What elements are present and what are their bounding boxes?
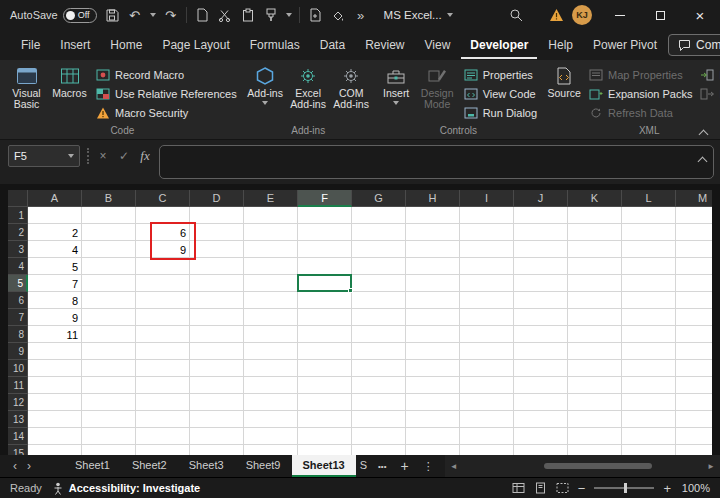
- column-header-F[interactable]: F: [298, 190, 352, 207]
- tab-view[interactable]: View: [416, 31, 460, 59]
- cancel-icon[interactable]: ×: [96, 145, 110, 167]
- close-button[interactable]: ×: [680, 0, 720, 30]
- new-sheet-icon[interactable]: [307, 6, 323, 24]
- tab-review[interactable]: Review: [356, 31, 413, 59]
- macro-security-button[interactable]: Macro Security: [96, 105, 237, 120]
- macros-button[interactable]: Macros: [49, 63, 90, 124]
- row-header-3[interactable]: 3: [8, 241, 28, 258]
- document-icon[interactable]: [194, 6, 210, 24]
- select-all-corner[interactable]: [8, 190, 28, 207]
- autosave-control[interactable]: AutoSave Off: [10, 8, 97, 23]
- row-header-14[interactable]: 14: [8, 428, 28, 445]
- cell-A4[interactable]: 5: [28, 258, 82, 275]
- sheet-tab-sheet2[interactable]: Sheet2: [121, 455, 178, 477]
- tab-help[interactable]: Help: [539, 31, 582, 59]
- visual-basic-button[interactable]: Visual Basic: [6, 63, 47, 124]
- row-header-11[interactable]: 11: [8, 377, 28, 394]
- column-header-D[interactable]: D: [190, 190, 244, 207]
- excel-add-ins-button[interactable]: Excel Add-ins: [288, 63, 329, 124]
- row-header-12[interactable]: 12: [8, 394, 28, 411]
- cell-A2[interactable]: 2: [28, 224, 82, 241]
- enter-icon[interactable]: ✓: [117, 145, 131, 167]
- row-header-15[interactable]: 15: [8, 445, 28, 455]
- tab-insert[interactable]: Insert: [51, 31, 99, 59]
- insert-function-icon[interactable]: fx: [138, 145, 152, 167]
- format-painter-icon[interactable]: [263, 6, 279, 24]
- zoom-out-button[interactable]: −: [578, 481, 586, 496]
- cell-A8[interactable]: 11: [28, 326, 82, 343]
- overflow-icon[interactable]: »: [353, 6, 369, 24]
- autosave-toggle[interactable]: Off: [63, 8, 97, 23]
- avatar[interactable]: KJ: [572, 5, 592, 25]
- add-ins-button[interactable]: Add-ins: [245, 63, 286, 124]
- sheet-tab-sheet1[interactable]: Sheet1: [64, 455, 121, 477]
- tab-file[interactable]: File: [12, 31, 49, 59]
- sheet-tab-sheet13[interactable]: Sheet13: [292, 455, 356, 477]
- row-header-7[interactable]: 7: [8, 309, 28, 326]
- column-header-I[interactable]: I: [460, 190, 514, 207]
- view-code-button[interactable]: View Code: [464, 86, 537, 101]
- accessibility-status[interactable]: Accessibility: Investigate: [52, 482, 200, 495]
- scrollbar-track[interactable]: [462, 462, 703, 470]
- tab-power-pivot[interactable]: Power Pivot: [584, 31, 666, 59]
- tab-formulas[interactable]: Formulas: [241, 31, 309, 59]
- formula-bar-expand-icon[interactable]: [699, 155, 706, 167]
- undo-icon[interactable]: ↶: [127, 6, 143, 24]
- formula-input[interactable]: [159, 145, 714, 179]
- warning-icon[interactable]: [548, 6, 564, 24]
- run-dialog-button[interactable]: Run Dialog: [464, 105, 537, 120]
- row-header-2[interactable]: 2: [8, 224, 28, 241]
- sheet-nav-right-icon[interactable]: ›: [22, 459, 36, 473]
- collapse-ribbon-button[interactable]: [700, 124, 710, 134]
- cut-icon[interactable]: [217, 6, 233, 24]
- scroll-right-icon[interactable]: ►: [705, 462, 717, 471]
- sheet-menu-icon[interactable]: ⋮: [416, 460, 441, 473]
- page-break-view-icon[interactable]: [556, 482, 569, 494]
- save-icon[interactable]: [104, 6, 120, 24]
- com-add-ins-button[interactable]: COM Add-ins: [331, 63, 372, 124]
- sheet-nav-left-icon[interactable]: ‹: [8, 459, 22, 473]
- normal-view-icon[interactable]: [512, 482, 525, 494]
- column-header-H[interactable]: H: [406, 190, 460, 207]
- row-header-6[interactable]: 6: [8, 292, 28, 309]
- tab-home[interactable]: Home: [101, 31, 151, 59]
- row-header-4[interactable]: 4: [8, 258, 28, 275]
- sheet-tab-sheet9[interactable]: Sheet9: [235, 455, 292, 477]
- column-header-L[interactable]: L: [622, 190, 676, 207]
- clipboard-icon[interactable]: [240, 6, 256, 24]
- row-header-9[interactable]: 9: [8, 343, 28, 360]
- import-button[interactable]: Import: [700, 67, 720, 82]
- column-header-E[interactable]: E: [244, 190, 298, 207]
- expansion-packs-button[interactable]: Expansion Packs: [589, 86, 692, 101]
- sheet-tab-sheet3[interactable]: Sheet3: [178, 455, 235, 477]
- add-sheet-button[interactable]: +: [393, 458, 415, 474]
- tab-developer[interactable]: Developer: [461, 31, 537, 59]
- properties-button[interactable]: Properties: [464, 67, 537, 82]
- fill-handle[interactable]: [348, 288, 353, 293]
- app-title[interactable]: MS Excel...: [384, 9, 453, 21]
- scroll-left-icon[interactable]: ◄: [448, 462, 460, 471]
- sheet-tab-partial[interactable]: S: [356, 455, 371, 477]
- row-header-13[interactable]: 13: [8, 411, 28, 428]
- source-button[interactable]: Source: [545, 63, 583, 124]
- maximize-button[interactable]: [640, 0, 680, 30]
- undo-dropdown-icon[interactable]: [150, 13, 156, 17]
- qat-dropdown-icon[interactable]: [286, 13, 292, 17]
- search-icon[interactable]: [508, 6, 524, 24]
- row-header-8[interactable]: 8: [8, 326, 28, 343]
- row-header-5[interactable]: 5: [8, 275, 28, 292]
- column-header-B[interactable]: B: [82, 190, 136, 207]
- cell-A3[interactable]: 4: [28, 241, 82, 258]
- name-box-dropdown-icon[interactable]: [68, 154, 74, 158]
- fill-color-icon[interactable]: [330, 6, 346, 24]
- column-header-A[interactable]: A: [28, 190, 82, 207]
- zoom-slider[interactable]: [594, 487, 654, 489]
- cells-background[interactable]: [28, 207, 712, 455]
- column-header-J[interactable]: J: [514, 190, 568, 207]
- cell-A6[interactable]: 8: [28, 292, 82, 309]
- scrollbar-thumb[interactable]: [544, 463, 653, 469]
- column-header-K[interactable]: K: [568, 190, 622, 207]
- zoom-slider-thumb[interactable]: [624, 483, 627, 493]
- grid-area[interactable]: ABCDEFGHIJKLM123456789101112131415245789…: [0, 184, 720, 455]
- horizontal-scrollbar[interactable]: ◄ ►: [445, 455, 720, 477]
